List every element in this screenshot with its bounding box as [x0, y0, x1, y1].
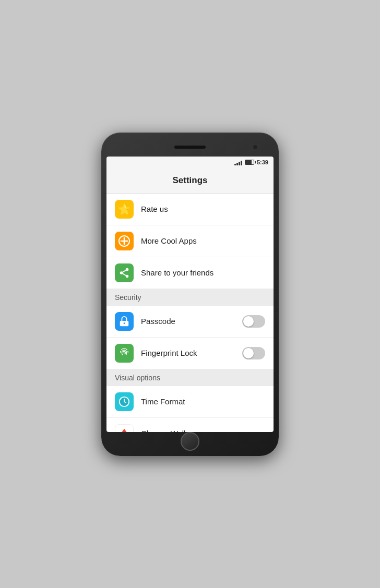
battery-icon [245, 160, 254, 165]
home-button[interactable] [181, 432, 199, 451]
settings-item-time-format[interactable]: Time Format [106, 386, 274, 418]
time-format-label: Time Format [141, 397, 265, 406]
passcode-toggle[interactable] [242, 315, 265, 328]
svg-line-6 [123, 273, 126, 275]
passcode-toggle-knob [243, 316, 254, 327]
screen-title: Settings [106, 168, 274, 194]
svg-line-7 [123, 270, 126, 272]
visual-section-header: Visual options [106, 369, 274, 386]
screen-content: Settings ⭐ Rate us [106, 168, 274, 432]
time-format-icon [115, 392, 134, 411]
front-camera [253, 145, 258, 150]
svg-point-9 [124, 322, 125, 324]
status-bar: 5:39 [106, 157, 274, 168]
share-label: Share to your friends [141, 268, 265, 277]
fingerprint-icon [115, 344, 134, 363]
fingerprint-toggle-knob [243, 348, 254, 358]
status-bar-icons: 5:39 [234, 159, 268, 165]
svg-point-5 [126, 274, 129, 278]
more-cool-apps-icon [115, 232, 134, 250]
passcode-icon [115, 312, 134, 331]
phone-screen: 5:39 Settings ⭐ Rate us [106, 157, 274, 432]
more-cool-apps-label: More Cool Apps [141, 236, 265, 245]
share-icon [115, 263, 134, 282]
section-visual: Time Format Change Wallpaper [106, 386, 274, 432]
fingerprint-toggle[interactable] [242, 347, 265, 359]
svg-point-4 [120, 271, 123, 274]
passcode-label: Passcode [141, 317, 242, 326]
section-security: Passcode [106, 306, 274, 369]
phone-device: 5:39 Settings ⭐ Rate us [101, 133, 279, 456]
fingerprint-label: Fingerprint Lock [141, 349, 242, 357]
svg-point-3 [126, 268, 129, 271]
rate-us-label: Rate us [141, 205, 265, 213]
phone-top-bar [106, 140, 274, 154]
speaker-grille [174, 146, 206, 149]
status-time: 5:39 [257, 159, 268, 165]
signal-icon [234, 159, 242, 165]
settings-item-share[interactable]: Share to your friends [106, 257, 274, 289]
phone-bottom-bar [106, 434, 274, 449]
change-wallpaper-label: Change Wallpaper [141, 429, 265, 432]
change-wallpaper-icon [115, 424, 134, 432]
settings-item-change-wallpaper[interactable]: Change Wallpaper [106, 418, 274, 432]
settings-item-more-cool-apps[interactable]: More Cool Apps [106, 225, 274, 257]
rate-us-icon: ⭐ [115, 200, 134, 219]
security-section-header: Security [106, 289, 274, 306]
settings-item-rate-us[interactable]: ⭐ Rate us [106, 194, 274, 225]
settings-item-passcode[interactable]: Passcode [106, 306, 274, 338]
settings-item-fingerprint[interactable]: Fingerprint Lock [106, 338, 274, 369]
section-top: ⭐ Rate us More Cool Apps [106, 194, 274, 289]
